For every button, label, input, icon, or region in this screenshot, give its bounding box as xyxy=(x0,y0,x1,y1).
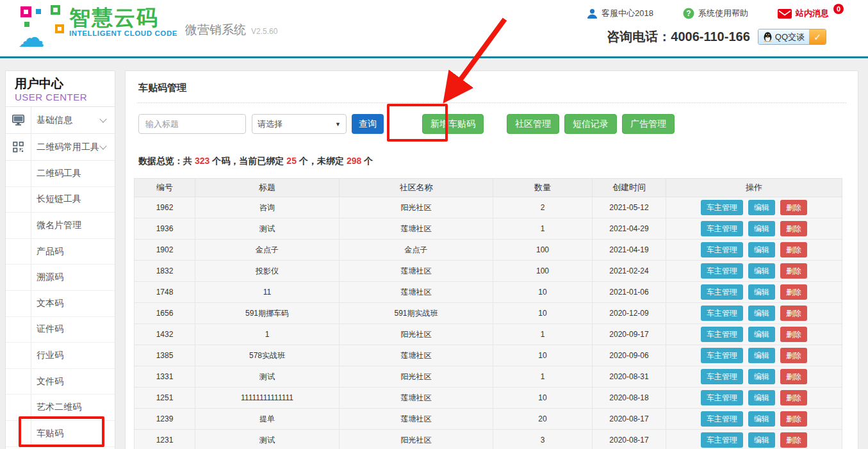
edit-button[interactable]: 编辑 xyxy=(748,327,775,342)
sidebar-group-basic-info[interactable]: 基础信息 xyxy=(6,107,115,134)
sidebar-item-label: 二维码工具 xyxy=(31,161,115,186)
owner-manage-button[interactable]: 车主管理 xyxy=(701,348,743,363)
cell-actions: 车主管理编辑删除 xyxy=(666,261,842,282)
sidebar-item-产品码[interactable]: 产品码 xyxy=(6,239,115,265)
community-select[interactable]: 请选择 ▼ xyxy=(252,114,347,134)
owner-manage-button[interactable]: 车主管理 xyxy=(701,242,743,257)
delete-button[interactable]: 删除 xyxy=(780,306,807,321)
cell-qty: 2 xyxy=(493,197,593,218)
table-row: 1231测试阳光社区32020-08-17车主管理编辑删除 xyxy=(135,430,842,449)
data-overview: 数据总览：共323个码，当前已绑定25个，未绑定298个 xyxy=(138,156,373,167)
site-messages-link[interactable]: 站内消息 0 xyxy=(778,8,844,19)
owner-manage-button[interactable]: 车主管理 xyxy=(701,200,743,215)
delete-button[interactable]: 删除 xyxy=(780,327,807,342)
svg-text:?: ? xyxy=(686,9,691,18)
query-button[interactable]: 查询 xyxy=(352,114,384,134)
cell-qty: 10 xyxy=(493,282,593,303)
delete-button[interactable]: 删除 xyxy=(780,284,807,300)
sidebar-item-二维码工具[interactable]: 二维码工具 xyxy=(6,161,115,187)
owner-manage-button[interactable]: 车主管理 xyxy=(701,327,743,342)
cell-actions: 车主管理编辑删除 xyxy=(666,345,842,366)
add-car-sticker-button[interactable]: 新增车贴码 xyxy=(422,114,484,134)
owner-manage-button[interactable]: 车主管理 xyxy=(701,263,743,279)
sidebar-item-车贴码[interactable]: 车贴码 xyxy=(6,421,115,447)
cell-qty: 3 xyxy=(493,430,593,449)
service-center-label: 客服中心2018 xyxy=(602,8,653,19)
owner-manage-button[interactable]: 车主管理 xyxy=(701,221,743,236)
sidebar-icon-column xyxy=(6,317,31,343)
cell-created: 2020-08-18 xyxy=(593,388,666,409)
delete-button[interactable]: 删除 xyxy=(780,221,807,236)
sms-record-button[interactable]: 短信记录 xyxy=(564,114,617,134)
edit-button[interactable]: 编辑 xyxy=(748,200,775,215)
edit-button[interactable]: 编辑 xyxy=(748,306,775,321)
edit-button[interactable]: 编辑 xyxy=(748,432,775,448)
cell-id: 1331 xyxy=(135,366,195,388)
sidebar-item-溯源码[interactable]: 溯源码 xyxy=(6,265,115,291)
bound-count: 25 xyxy=(286,156,297,166)
delete-button[interactable]: 删除 xyxy=(780,432,807,448)
edit-button[interactable]: 编辑 xyxy=(748,263,775,279)
cell-title: 提单 xyxy=(195,409,340,430)
cell-community: 莲塘社区 xyxy=(340,218,493,240)
cell-actions: 车主管理编辑删除 xyxy=(666,430,842,449)
top-header: ☁ 智慧云码 INTELLIGENT CLOUD CODE 微营销系统 V2.5… xyxy=(0,0,868,58)
edit-button[interactable]: 编辑 xyxy=(748,369,775,384)
cell-community: 莲塘社区 xyxy=(340,388,493,409)
system-help-link[interactable]: ? 系统使用帮助 xyxy=(683,8,748,19)
qrcode-cloud-logo-icon: ☁ xyxy=(19,5,64,42)
sidebar-item-文件码[interactable]: 文件码 xyxy=(6,369,115,395)
community-manage-button[interactable]: 社区管理 xyxy=(507,114,559,134)
unbound-count: 298 xyxy=(347,156,361,166)
delete-button[interactable]: 删除 xyxy=(780,200,807,215)
cell-id: 1385 xyxy=(135,345,195,366)
total-count: 323 xyxy=(195,156,209,166)
cell-community: 阳光社区 xyxy=(340,197,493,218)
cell-actions: 车主管理编辑删除 xyxy=(666,324,842,345)
qq-penguin-icon xyxy=(763,31,773,42)
delete-button[interactable]: 删除 xyxy=(780,411,807,427)
owner-manage-button[interactable]: 车主管理 xyxy=(701,411,743,427)
delete-button[interactable]: 删除 xyxy=(780,242,807,257)
edit-button[interactable]: 编辑 xyxy=(748,390,775,405)
sidebar-icon-column xyxy=(6,369,31,395)
owner-manage-button[interactable]: 车主管理 xyxy=(701,284,743,300)
edit-button[interactable]: 编辑 xyxy=(748,284,775,300)
owner-manage-button[interactable]: 车主管理 xyxy=(701,390,743,405)
sidebar-item-艺术二维码[interactable]: 艺术二维码 xyxy=(6,395,115,421)
delete-button[interactable]: 删除 xyxy=(780,369,807,384)
delete-button[interactable]: 删除 xyxy=(780,348,807,363)
owner-manage-button[interactable]: 车主管理 xyxy=(701,432,743,448)
delete-button[interactable]: 删除 xyxy=(780,390,807,405)
title-search-input[interactable] xyxy=(138,114,246,134)
qq-chat-label: QQ交谈 xyxy=(775,31,805,43)
page: ☁ 智慧云码 INTELLIGENT CLOUD CODE 微营销系统 V2.5… xyxy=(0,0,868,449)
cell-id: 1902 xyxy=(135,240,195,261)
sidebar-item-文本码[interactable]: 文本码 xyxy=(6,291,115,317)
edit-button[interactable]: 编辑 xyxy=(748,221,775,236)
service-center-link[interactable]: 客服中心2018 xyxy=(587,8,653,19)
ad-manage-button[interactable]: 广告管理 xyxy=(622,114,675,134)
cell-created: 2021-04-29 xyxy=(593,218,666,240)
cell-community: 阳光社区 xyxy=(340,366,493,388)
sidebar-item-长短链工具[interactable]: 长短链工具 xyxy=(6,187,115,213)
edit-button[interactable]: 编辑 xyxy=(748,348,775,363)
qq-chat-button[interactable]: QQ交谈 ✓ xyxy=(758,29,826,45)
delete-button[interactable]: 删除 xyxy=(780,263,807,279)
cell-id: 1231 xyxy=(135,430,195,449)
logo: ☁ 智慧云码 INTELLIGENT CLOUD CODE 微营销系统 V2.5… xyxy=(19,5,277,42)
edit-button[interactable]: 编辑 xyxy=(748,411,775,427)
sidebar-icon-column xyxy=(6,395,31,420)
edit-button[interactable]: 编辑 xyxy=(748,242,775,257)
cell-created: 2020-08-17 xyxy=(593,409,666,430)
sidebar-item-微名片管理[interactable]: 微名片管理 xyxy=(6,213,115,239)
table-row: 1962咨询阳光社区22021-05-12车主管理编辑删除 xyxy=(135,197,842,218)
sidebar-group-qrcode-tools[interactable]: 二维码常用工具 xyxy=(6,134,115,161)
sidebar-item-证件码[interactable]: 证件码 xyxy=(6,317,115,343)
owner-manage-button[interactable]: 车主管理 xyxy=(701,306,743,321)
hotline-row: 咨询电话：4006-110-166 QQ交谈 ✓ xyxy=(607,28,826,45)
sidebar-item-行业码[interactable]: 行业码 xyxy=(6,343,115,369)
owner-manage-button[interactable]: 车主管理 xyxy=(701,369,743,384)
select-caret-icon: ▼ xyxy=(335,121,341,127)
help-icon: ? xyxy=(683,8,694,19)
